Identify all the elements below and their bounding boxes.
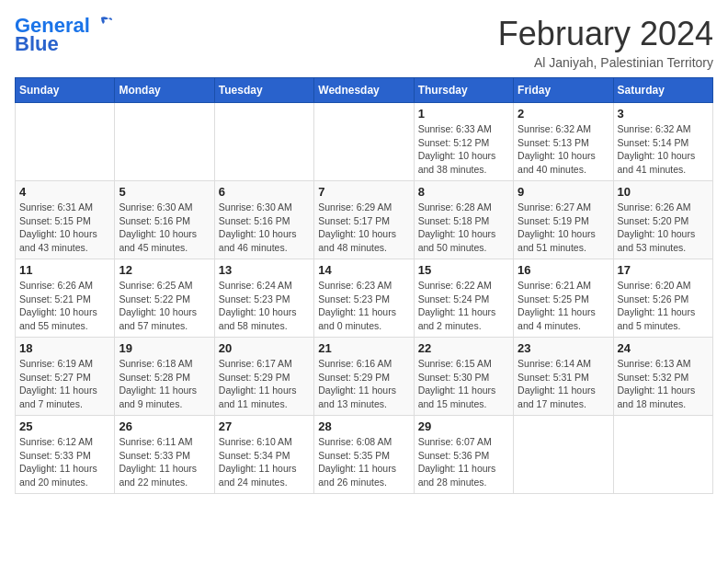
calendar-cell: 28Sunrise: 6:08 AMSunset: 5:35 PMDayligh… [314,416,414,494]
weekday-header: Thursday [414,78,513,103]
day-detail: Sunrise: 6:18 AMSunset: 5:28 PMDaylight:… [119,357,210,411]
calendar-cell: 10Sunrise: 6:26 AMSunset: 5:20 PMDayligh… [613,181,712,259]
calendar-cell: 29Sunrise: 6:07 AMSunset: 5:36 PMDayligh… [414,416,513,494]
day-detail: Sunrise: 6:24 AMSunset: 5:23 PMDaylight:… [219,279,310,333]
calendar-table: SundayMondayTuesdayWednesdayThursdayFrid… [15,77,713,494]
day-detail: Sunrise: 6:21 AMSunset: 5:25 PMDaylight:… [518,279,609,333]
calendar-cell: 14Sunrise: 6:23 AMSunset: 5:23 PMDayligh… [314,259,414,338]
day-number: 10 [618,185,709,199]
calendar-cell [214,103,313,181]
title-block: February 2024 Al Janiyah, Palestinian Te… [498,15,713,70]
calendar-cell: 18Sunrise: 6:19 AMSunset: 5:27 PMDayligh… [16,338,115,416]
day-number: 3 [618,107,709,121]
day-detail: Sunrise: 6:30 AMSunset: 5:16 PMDaylight:… [219,201,310,255]
calendar-cell: 17Sunrise: 6:20 AMSunset: 5:26 PMDayligh… [613,259,712,338]
day-number: 24 [618,341,709,355]
day-detail: Sunrise: 6:22 AMSunset: 5:24 PMDaylight:… [418,279,509,333]
day-detail: Sunrise: 6:26 AMSunset: 5:20 PMDaylight:… [618,201,709,255]
calendar-week-row: 11Sunrise: 6:26 AMSunset: 5:21 PMDayligh… [16,259,713,338]
day-number: 18 [19,341,110,355]
weekday-header: Sunday [16,78,115,103]
weekday-header-row: SundayMondayTuesdayWednesdayThursdayFrid… [16,78,713,103]
page-header: General Blue February 2024 Al Janiyah, P… [15,15,713,70]
calendar-cell: 7Sunrise: 6:29 AMSunset: 5:17 PMDaylight… [314,181,414,259]
calendar-week-row: 18Sunrise: 6:19 AMSunset: 5:27 PMDayligh… [16,338,713,416]
day-detail: Sunrise: 6:26 AMSunset: 5:21 PMDaylight:… [19,279,110,333]
calendar-cell: 2Sunrise: 6:32 AMSunset: 5:13 PMDaylight… [514,103,613,181]
day-detail: Sunrise: 6:23 AMSunset: 5:23 PMDaylight:… [318,279,409,333]
day-detail: Sunrise: 6:32 AMSunset: 5:13 PMDaylight:… [518,122,609,177]
day-detail: Sunrise: 6:13 AMSunset: 5:32 PMDaylight:… [618,357,709,411]
day-number: 7 [318,185,409,199]
day-number: 6 [219,185,310,199]
location: Al Janiyah, Palestinian Territory [498,55,713,70]
calendar-cell: 5Sunrise: 6:30 AMSunset: 5:16 PMDaylight… [115,181,214,259]
day-detail: Sunrise: 6:10 AMSunset: 5:34 PMDaylight:… [219,435,310,489]
weekday-header: Friday [514,78,613,103]
calendar-cell: 3Sunrise: 6:32 AMSunset: 5:14 PMDaylight… [613,103,712,181]
calendar-cell: 27Sunrise: 6:10 AMSunset: 5:34 PMDayligh… [214,416,313,494]
logo-bird-icon [92,16,112,32]
day-detail: Sunrise: 6:28 AMSunset: 5:18 PMDaylight:… [418,201,509,255]
calendar-week-row: 4Sunrise: 6:31 AMSunset: 5:15 PMDaylight… [16,181,713,259]
logo: General Blue [15,15,112,55]
day-detail: Sunrise: 6:31 AMSunset: 5:15 PMDaylight:… [19,201,110,255]
calendar-cell: 9Sunrise: 6:27 AMSunset: 5:19 PMDaylight… [514,181,613,259]
day-number: 11 [19,263,110,277]
calendar-week-row: 1Sunrise: 6:33 AMSunset: 5:12 PMDaylight… [16,103,713,181]
day-number: 20 [219,341,310,355]
day-number: 29 [418,419,509,433]
calendar-cell: 13Sunrise: 6:24 AMSunset: 5:23 PMDayligh… [214,259,313,338]
day-number: 15 [418,263,509,277]
calendar-cell: 24Sunrise: 6:13 AMSunset: 5:32 PMDayligh… [613,338,712,416]
day-number: 22 [418,341,509,355]
day-number: 16 [518,263,609,277]
day-number: 23 [518,341,609,355]
day-detail: Sunrise: 6:17 AMSunset: 5:29 PMDaylight:… [219,357,310,411]
calendar-cell: 19Sunrise: 6:18 AMSunset: 5:28 PMDayligh… [115,338,214,416]
calendar-cell: 20Sunrise: 6:17 AMSunset: 5:29 PMDayligh… [214,338,313,416]
calendar-cell: 4Sunrise: 6:31 AMSunset: 5:15 PMDaylight… [16,181,115,259]
calendar-cell: 1Sunrise: 6:33 AMSunset: 5:12 PMDaylight… [414,103,513,181]
calendar-cell: 16Sunrise: 6:21 AMSunset: 5:25 PMDayligh… [514,259,613,338]
calendar-cell [115,103,214,181]
calendar-cell: 22Sunrise: 6:15 AMSunset: 5:30 PMDayligh… [414,338,513,416]
calendar-cell: 12Sunrise: 6:25 AMSunset: 5:22 PMDayligh… [115,259,214,338]
weekday-header: Tuesday [214,78,313,103]
day-number: 19 [119,341,210,355]
day-number: 26 [119,419,210,433]
weekday-header: Saturday [613,78,712,103]
day-detail: Sunrise: 6:16 AMSunset: 5:29 PMDaylight:… [318,357,409,411]
logo-text-blue: Blue [15,33,59,55]
day-detail: Sunrise: 6:19 AMSunset: 5:27 PMDaylight:… [19,357,110,411]
calendar-cell [314,103,414,181]
weekday-header: Wednesday [314,78,414,103]
day-number: 8 [418,185,509,199]
calendar-cell: 23Sunrise: 6:14 AMSunset: 5:31 PMDayligh… [514,338,613,416]
day-number: 27 [219,419,310,433]
calendar-cell: 25Sunrise: 6:12 AMSunset: 5:33 PMDayligh… [16,416,115,494]
day-number: 13 [219,263,310,277]
day-detail: Sunrise: 6:27 AMSunset: 5:19 PMDaylight:… [518,201,609,255]
day-number: 9 [518,185,609,199]
day-detail: Sunrise: 6:11 AMSunset: 5:33 PMDaylight:… [119,435,210,489]
calendar-week-row: 25Sunrise: 6:12 AMSunset: 5:33 PMDayligh… [16,416,713,494]
day-number: 1 [418,107,509,121]
calendar-cell: 26Sunrise: 6:11 AMSunset: 5:33 PMDayligh… [115,416,214,494]
day-number: 2 [518,107,609,121]
day-number: 21 [318,341,409,355]
day-detail: Sunrise: 6:30 AMSunset: 5:16 PMDaylight:… [119,201,210,255]
day-number: 25 [19,419,110,433]
day-detail: Sunrise: 6:29 AMSunset: 5:17 PMDaylight:… [318,201,409,255]
day-detail: Sunrise: 6:25 AMSunset: 5:22 PMDaylight:… [119,279,210,333]
day-detail: Sunrise: 6:12 AMSunset: 5:33 PMDaylight:… [19,435,110,489]
calendar-cell [514,416,613,494]
calendar-cell: 6Sunrise: 6:30 AMSunset: 5:16 PMDaylight… [214,181,313,259]
day-number: 12 [119,263,210,277]
day-number: 28 [318,419,409,433]
calendar-cell [16,103,115,181]
day-detail: Sunrise: 6:08 AMSunset: 5:35 PMDaylight:… [318,435,409,489]
day-number: 4 [19,185,110,199]
day-detail: Sunrise: 6:20 AMSunset: 5:26 PMDaylight:… [618,279,709,333]
day-detail: Sunrise: 6:32 AMSunset: 5:14 PMDaylight:… [618,122,709,177]
